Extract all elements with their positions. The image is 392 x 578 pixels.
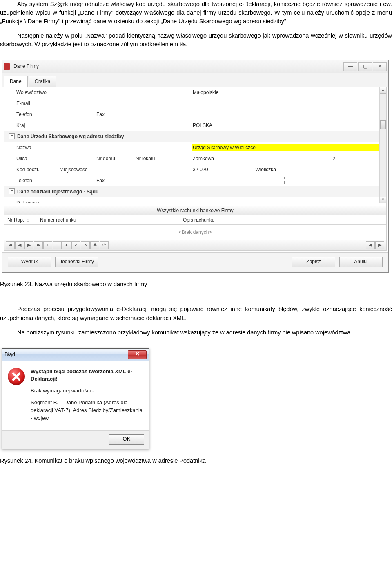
wydruk-button[interactable]: Wydruk: [8, 257, 51, 267]
dialog-titlebar: Błąd ✕: [2, 349, 149, 361]
error-line-1: Wystąpił błąd podczas tworzenia XML e-De…: [31, 368, 143, 383]
label-fax-2: Fax: [96, 177, 105, 184]
tab-dane[interactable]: Dane: [4, 76, 28, 87]
p2-part-a: Następnie należy w polu „Nazwa" podać: [17, 32, 127, 39]
figure-caption-24: Rysunek 24. Komunikat o braku wpisanego …: [0, 457, 392, 465]
figure-caption-23: Rysunek 23. Nazwa urzędu skarbowego w da…: [0, 280, 392, 289]
label-email: E-mail: [16, 100, 30, 107]
row-nazwa: Nazwa Urząd Skarbowy w Wieliczce: [4, 142, 379, 153]
row-ulica: Ulica Nr domu Nr lokalu Zamkowa 2: [4, 153, 379, 164]
close-button[interactable]: ✕: [373, 62, 387, 71]
nav-next[interactable]: ▶: [24, 241, 33, 249]
scrollbar[interactable]: ▲ ▼: [379, 87, 386, 203]
error-dialog: Błąd ✕ Wystąpił błąd podczas tworzenia X…: [2, 348, 149, 449]
label-telefon-2: Telefon: [16, 177, 94, 184]
nav-prev[interactable]: ◀: [15, 241, 24, 249]
value-wojewodztwo[interactable]: Małopolskie: [192, 89, 379, 96]
collapse-icon[interactable]: −: [9, 133, 15, 139]
paragraph-3: Podczas procesu przygotowywania e-Deklar…: [0, 305, 392, 322]
label-telefon: Telefon: [16, 111, 94, 118]
nav-scroll-left[interactable]: ◀: [366, 241, 375, 249]
value-ulica[interactable]: Zamkowa: [192, 155, 332, 162]
label-wojewodztwo: Województwo: [16, 89, 47, 96]
dialog-body: Wystąpił błąd podczas tworzenia XML e-De…: [2, 361, 149, 430]
titlebar: Dane Firmy — ▢ ✕: [2, 60, 388, 73]
nav-remove[interactable]: −: [53, 241, 62, 249]
label-kod-poczt: Kod poczt.: [16, 166, 57, 173]
col-nr-rap[interactable]: Nr Rap.△: [4, 217, 40, 224]
label-nazwa: Nazwa: [16, 144, 31, 151]
row-telefon-fax-2: Telefon Fax: [4, 175, 379, 186]
bank-empty: <Brak danych>: [4, 225, 386, 240]
paragraph-4: Na poniższym rysunku zamieszczono przykł…: [0, 328, 392, 337]
tab-grafika[interactable]: Grafika: [29, 76, 57, 87]
scroll-track[interactable]: [380, 94, 386, 197]
row-email: E-mail: [4, 98, 379, 109]
row-wojewodztwo: Województwo Małopolskie: [4, 87, 379, 98]
row-telefon-fax: Telefon Fax: [4, 109, 379, 120]
button-row: Wydruk Jednostki Firmy Zapisz Anuluj: [2, 252, 388, 272]
nav-first[interactable]: ⏮: [6, 241, 15, 249]
record-navbar: ⏮ ◀ ▶ ⏭ + − ▲ ✓ ✕ ✱ ⟳ ◀ ▶: [4, 240, 386, 250]
nav-post[interactable]: ✓: [71, 241, 80, 249]
anuluj-button[interactable]: Anuluj: [339, 257, 383, 267]
tabs: Dane Grafika: [2, 73, 388, 87]
label-nr-lokalu: Nr lokalu: [136, 155, 155, 162]
window-dane-firmy: Dane Firmy — ▢ ✕ Dane Grafika Województw…: [2, 60, 389, 273]
window-title: Dane Firmy: [13, 63, 39, 70]
value-fax-2[interactable]: [284, 177, 376, 184]
label-kraj: Kraj: [16, 122, 25, 129]
maximize-button[interactable]: ▢: [358, 62, 372, 71]
group-label-sad: Dane oddziału rejestrowego - Sądu: [17, 188, 98, 195]
label-ulica: Ulica: [16, 155, 94, 162]
error-line-3: Segment B.1. Dane Podatnika (Adres dla d…: [31, 399, 143, 422]
col-opis-rachunku[interactable]: Opis rachunku: [183, 217, 386, 224]
tab-body: Województwo Małopolskie E-mail Telefon F…: [4, 87, 387, 251]
minimize-button[interactable]: —: [343, 62, 357, 71]
value-kraj[interactable]: POLSKA: [192, 122, 379, 129]
paragraph-2: Następnie należy w polu „Nazwa" podać id…: [0, 31, 392, 49]
nav-refresh[interactable]: ⟳: [100, 241, 109, 249]
paragraph-1: Aby system Sz@rk mógł odnaleźć właściwy …: [0, 0, 392, 26]
bank-section-header: Wszystkie rachunki bankowe Firmy: [4, 206, 386, 215]
collapse-icon-2[interactable]: −: [9, 188, 15, 194]
dialog-close-button[interactable]: ✕: [128, 350, 147, 359]
zapisz-button[interactable]: Zapisz: [292, 257, 335, 267]
nav-scroll-right[interactable]: ▶: [375, 241, 384, 249]
figure-dane-firmy: Dane Firmy — ▢ ✕ Dane Grafika Województw…: [2, 60, 392, 273]
group-oddzial-sadu[interactable]: −Dane oddziału rejestrowego - Sądu: [4, 186, 379, 197]
scroll-thumb[interactable]: [380, 120, 386, 129]
nav-edit[interactable]: ▲: [62, 241, 71, 249]
value-miejscowosc[interactable]: Wieliczka: [254, 166, 379, 173]
value-kod-poczt[interactable]: 32-020: [192, 166, 254, 173]
row-kraj: Kraj POLSKA: [4, 120, 379, 131]
label-fax: Fax: [96, 111, 105, 118]
nav-last[interactable]: ⏭: [34, 241, 43, 249]
app-icon: [4, 63, 10, 70]
nav-cancel[interactable]: ✕: [81, 241, 90, 249]
ok-button[interactable]: OK: [109, 434, 144, 445]
property-panel: Województwo Małopolskie E-mail Telefon F…: [4, 87, 386, 203]
scroll-down-icon[interactable]: ▼: [380, 197, 386, 203]
label-data-wpisu: Data wpisu: [16, 199, 40, 204]
figure-error-dialog: Błąd ✕ Wystąpił błąd podczas tworzenia X…: [2, 348, 392, 449]
group-label-urzad: Dane Urzędu Skarbowego wg adresu siedzib…: [17, 133, 124, 140]
sort-asc-icon: △: [27, 217, 29, 223]
value-nazwa[interactable]: Urząd Skarbowy w Wieliczce: [192, 144, 379, 151]
col-numer-rachunku[interactable]: Numer rachunku: [40, 217, 183, 224]
row-kod-miejsc: Kod poczt. Miejscowość 32-020 Wieliczka: [4, 164, 379, 175]
label-nr-domu: Nr domu: [96, 155, 133, 162]
nav-add[interactable]: +: [43, 241, 52, 249]
value-nr-domu[interactable]: 2: [332, 155, 379, 162]
scroll-up-icon[interactable]: ▲: [380, 87, 386, 94]
error-line-2: Brak wymaganej wartości -: [31, 387, 143, 395]
dialog-title: Błąd: [4, 351, 15, 358]
dialog-footer: OK: [2, 430, 149, 449]
nav-bookmark[interactable]: ✱: [90, 241, 99, 249]
dialog-text: Wystąpił błąd podczas tworzenia XML e-De…: [31, 368, 143, 426]
label-miejscowosc: Miejscowość: [60, 166, 87, 173]
row-data-wpisu: Data wpisu: [4, 197, 379, 203]
group-urzad-skarbowy[interactable]: −Dane Urzędu Skarbowego wg adresu siedzi…: [4, 131, 379, 142]
jednostki-firmy-button[interactable]: Jednostki Firmy: [55, 257, 98, 267]
value-telefon-2[interactable]: [192, 176, 284, 186]
